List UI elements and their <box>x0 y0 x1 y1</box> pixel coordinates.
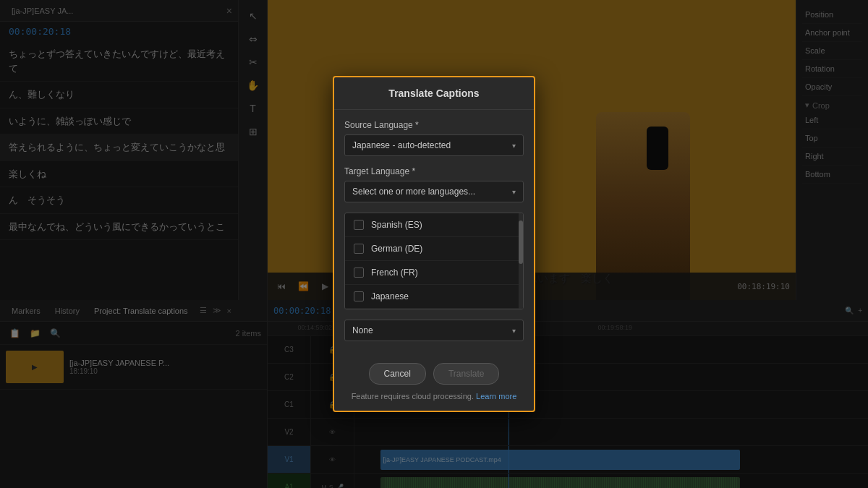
source-language-dropdown[interactable]: Japanese - auto-detected ▾ <box>344 134 524 156</box>
cancel-button[interactable]: Cancel <box>369 363 426 385</box>
source-language-chevron-icon: ▾ <box>512 142 516 150</box>
target-language-label: Target Language * <box>344 166 524 176</box>
translate-button[interactable]: Translate <box>433 363 500 385</box>
dialog-body: Source Language * Japanese - auto-detect… <box>334 110 534 363</box>
language-label-de: German (DE) <box>371 244 422 254</box>
none-dropdown[interactable]: None ▾ <box>344 320 524 341</box>
checkbox-es[interactable] <box>354 220 364 230</box>
language-label-fr: French (FR) <box>371 267 418 278</box>
language-label-es: Spanish (ES) <box>371 220 422 230</box>
language-label-ja: Japanese <box>371 291 409 301</box>
language-dropdown-list: Spanish (ES) German (DE) French (FR) Jap… <box>344 213 524 309</box>
learn-more-link[interactable]: Learn more <box>476 392 516 401</box>
source-language-label: Source Language * <box>344 120 524 130</box>
checkbox-fr[interactable] <box>354 267 364 278</box>
target-language-chevron-icon: ▾ <box>512 188 516 196</box>
dialog-footer: Cancel Translate Feature requires cloud … <box>334 363 534 411</box>
translate-captions-dialog: Translate Captions Source Language * Jap… <box>333 76 535 412</box>
dropdown-scrollbar-thumb[interactable] <box>519 221 523 264</box>
dropdown-scrollbar[interactable] <box>519 213 523 309</box>
cloud-processing-text: Feature requires cloud processing. <box>352 392 474 401</box>
dialog-title: Translate Captions <box>334 77 534 110</box>
dialog-note: Feature requires cloud processing. Learn… <box>344 392 524 401</box>
checkbox-ja[interactable] <box>354 291 364 301</box>
none-chevron-icon: ▾ <box>512 327 516 335</box>
dialog-overlay: Translate Captions Source Language * Jap… <box>0 0 868 488</box>
none-value: None <box>352 325 373 335</box>
language-option-es[interactable]: Spanish (ES) <box>345 213 523 237</box>
dialog-buttons: Cancel Translate <box>344 363 524 385</box>
language-option-ja[interactable]: Japanese <box>345 285 523 309</box>
source-language-value: Japanese - auto-detected <box>352 140 451 150</box>
language-option-de[interactable]: German (DE) <box>345 237 523 261</box>
checkbox-de[interactable] <box>354 244 364 254</box>
language-option-fr[interactable]: French (FR) <box>345 261 523 285</box>
target-language-placeholder: Select one or more languages... <box>352 187 475 197</box>
target-language-trigger[interactable]: Select one or more languages... ▾ <box>344 181 524 202</box>
